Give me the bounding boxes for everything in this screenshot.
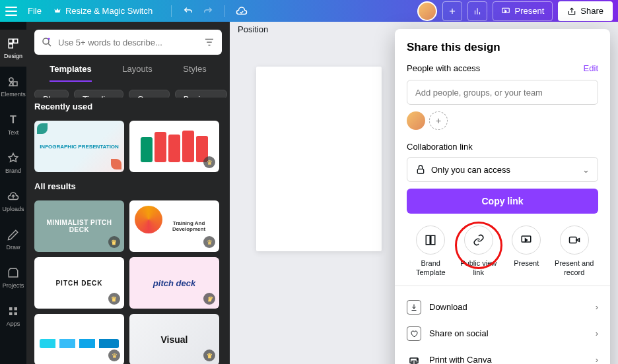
add-people-input[interactable] <box>407 80 598 105</box>
add-person-button[interactable]: + <box>429 111 448 130</box>
rail-apps[interactable]: Apps <box>0 297 26 334</box>
svg-rect-5 <box>13 82 17 86</box>
svg-rect-9 <box>15 313 18 316</box>
canvas-page[interactable] <box>256 67 382 251</box>
rail-projects[interactable]: Projects <box>0 259 26 296</box>
share-button[interactable]: Share <box>558 1 613 21</box>
template-thumb[interactable]: Training And Development♛ <box>129 200 219 252</box>
crown-icon: ♛ <box>203 236 215 248</box>
cloud-sync-icon[interactable] <box>232 1 252 21</box>
chip-blue[interactable]: Blue <box>34 90 69 98</box>
crown-icon: ♛ <box>108 293 120 305</box>
rail-uploads[interactable]: Uploads <box>0 183 26 220</box>
people-access-label: People with access <box>407 63 480 73</box>
download-icon <box>407 300 421 315</box>
chevron-down-icon: ⌄ <box>582 165 590 175</box>
present-button[interactable]: Present <box>493 1 553 21</box>
template-thumb[interactable]: PITCH DECK♛ <box>34 257 124 309</box>
recently-used-title: Recently used <box>26 98 230 115</box>
share-social-option[interactable]: Share on social › <box>407 320 598 347</box>
resize-menu[interactable]: Resize & Magic Switch <box>53 6 153 16</box>
svg-rect-6 <box>9 307 13 311</box>
template-thumb[interactable]: MINIMALIST PITCH DECK♛ <box>34 200 124 252</box>
tab-templates[interactable]: Templates <box>50 64 91 82</box>
present-option[interactable]: Present <box>503 226 549 278</box>
redo-button[interactable] <box>198 1 218 21</box>
crown-icon: ♛ <box>203 156 215 168</box>
chevron-right-icon: › <box>596 328 598 338</box>
crown-icon: ♛ <box>203 293 215 305</box>
rail-text[interactable]: TText <box>0 106 26 143</box>
svg-rect-1 <box>9 39 13 43</box>
crown-icon: ♛ <box>203 349 215 361</box>
user-avatar[interactable] <box>417 1 437 21</box>
download-option[interactable]: Download › <box>407 294 598 320</box>
collab-link-label: Collaboration link <box>407 142 598 152</box>
svg-rect-3 <box>9 44 13 48</box>
all-results-title: All results <box>26 177 230 195</box>
shared-avatar[interactable] <box>407 111 425 130</box>
present-record-option[interactable]: Present and record <box>551 226 598 278</box>
access-select[interactable]: Only you can access ⌄ <box>407 157 598 182</box>
template-thumb[interactable]: pitch deck♛ <box>129 257 219 309</box>
svg-rect-2 <box>14 39 18 43</box>
crown-icon <box>53 7 61 15</box>
undo-button[interactable] <box>178 1 198 21</box>
chip-timeline[interactable]: Timeline <box>74 90 123 98</box>
crown-icon: ♛ <box>108 236 120 248</box>
position-button[interactable]: Position <box>238 24 268 34</box>
edit-access-link[interactable]: Edit <box>584 63 598 73</box>
tab-styles[interactable]: Styles <box>183 64 206 82</box>
share-title: Share this design <box>407 41 598 54</box>
side-panel: Templates Layouts Styles Blue Timeline G… <box>26 22 230 364</box>
brand-template-option[interactable]: Brand Template <box>407 226 454 278</box>
chevron-right-icon: › <box>596 302 598 312</box>
chevron-right-icon: › <box>596 355 598 364</box>
rail-draw[interactable]: Draw <box>0 221 26 258</box>
chip-green[interactable]: Green <box>129 90 170 98</box>
template-thumb[interactable]: Visual♛ <box>129 314 219 364</box>
svg-rect-11 <box>417 169 423 173</box>
share-panel: Share this design People with access Edi… <box>395 29 610 364</box>
lock-icon <box>415 164 426 175</box>
rail-elements[interactable]: Elements <box>0 68 26 105</box>
menu-icon[interactable] <box>5 7 17 16</box>
print-option[interactable]: Print with Canva › <box>407 347 598 364</box>
chip-business[interactable]: Business <box>175 90 227 98</box>
svg-rect-12 <box>427 235 430 245</box>
icon-rail: Design Elements TText Brand Uploads Draw… <box>0 22 26 364</box>
heart-icon <box>407 326 421 341</box>
svg-rect-7 <box>15 307 18 311</box>
filter-icon[interactable] <box>203 36 215 48</box>
copy-link-button[interactable]: Copy link <box>407 189 598 214</box>
add-button[interactable] <box>442 1 462 21</box>
svg-rect-13 <box>431 235 435 245</box>
svg-point-17 <box>417 359 419 360</box>
rail-brand[interactable]: Brand <box>0 144 26 181</box>
template-thumb[interactable]: ♛ <box>34 314 124 364</box>
crown-icon: ♛ <box>108 349 120 361</box>
template-thumb[interactable]: ♛ <box>129 121 219 172</box>
svg-rect-8 <box>9 313 13 316</box>
rail-design[interactable]: Design <box>0 30 26 67</box>
search-box[interactable] <box>34 30 222 55</box>
template-thumb[interactable]: INFOGRAPHIC PRESENTATION <box>34 121 124 172</box>
print-icon <box>407 353 421 364</box>
search-input[interactable] <box>58 38 198 47</box>
public-view-link-option[interactable]: Public view link <box>456 226 502 278</box>
file-menu[interactable]: File <box>28 6 42 16</box>
analytics-button[interactable] <box>467 1 487 21</box>
tab-layouts[interactable]: Layouts <box>122 64 153 82</box>
search-icon <box>41 36 53 48</box>
topbar: File Resize & Magic Switch Present Share <box>0 0 618 22</box>
